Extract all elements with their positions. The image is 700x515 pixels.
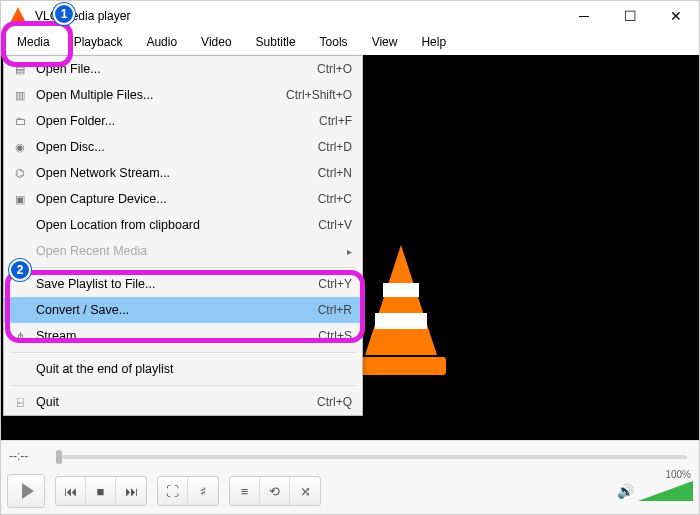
- stop-button[interactable]: ■: [86, 477, 116, 505]
- menu-label: Open Disc...: [36, 140, 318, 154]
- menu-label: Open Multiple Files...: [36, 88, 286, 102]
- menu-shortcut: Ctrl+F: [319, 114, 352, 128]
- menu-separator: [10, 385, 356, 386]
- menu-label: Open Recent Media: [36, 244, 347, 258]
- fullscreen-button[interactable]: ⛶: [158, 477, 188, 505]
- menu-help[interactable]: Help: [409, 31, 458, 55]
- window-title: VLC media player: [35, 9, 561, 23]
- blank-icon: [10, 359, 30, 379]
- extended-settings-button[interactable]: ♯: [188, 477, 218, 505]
- network-icon: ⌬: [10, 163, 30, 183]
- seek-thumb[interactable]: [56, 450, 62, 464]
- view-group: ⛶ ♯: [157, 476, 219, 506]
- menu-open-folder[interactable]: 🗀 Open Folder... Ctrl+F: [4, 108, 362, 134]
- media-dropdown: ▤ Open File... Ctrl+O ▥ Open Multiple Fi…: [3, 55, 363, 416]
- button-row: ⏮ ■ ⏭ ⛶ ♯ ≡ ⟲ ⤨ 🔊 100%: [7, 474, 693, 508]
- menu-shortcut: Ctrl+Shift+O: [286, 88, 352, 102]
- speaker-icon[interactable]: 🔊: [617, 483, 634, 499]
- menu-label: Open Location from clipboard: [36, 218, 318, 232]
- menu-label: Open File...: [36, 62, 317, 76]
- menu-shortcut: Ctrl+C: [318, 192, 352, 206]
- menu-open-capture[interactable]: ▣ Open Capture Device... Ctrl+C: [4, 186, 362, 212]
- time-label: --:--: [9, 449, 28, 463]
- menu-view[interactable]: View: [360, 31, 410, 55]
- menu-shortcut: Ctrl+D: [318, 140, 352, 154]
- annotation-badge-1: 1: [53, 3, 75, 25]
- folder-icon: 🗀: [10, 111, 30, 131]
- app-window: VLC media player ─ ☐ ✕ Media Playback Au…: [0, 0, 700, 515]
- menu-tools[interactable]: Tools: [308, 31, 360, 55]
- menu-label: Quit: [36, 395, 317, 409]
- menu-shortcut: Ctrl+O: [317, 62, 352, 76]
- volume-slider[interactable]: [638, 481, 693, 501]
- annotation-highlight-1: [1, 21, 73, 67]
- menu-shortcut: Ctrl+N: [318, 166, 352, 180]
- menu-open-network[interactable]: ⌬ Open Network Stream... Ctrl+N: [4, 160, 362, 186]
- menu-label: Quit at the end of playlist: [36, 362, 352, 376]
- disc-icon: ◉: [10, 137, 30, 157]
- playback-group: ⏮ ■ ⏭: [55, 476, 147, 506]
- menu-video[interactable]: Video: [189, 31, 243, 55]
- menu-bar: Media Playback Audio Video Subtitle Tool…: [1, 31, 699, 55]
- close-button[interactable]: ✕: [653, 1, 699, 31]
- playlist-button[interactable]: ≡: [230, 477, 260, 505]
- quit-icon: ⍇: [10, 392, 30, 412]
- menu-label: Open Folder...: [36, 114, 319, 128]
- playlist-group: ≡ ⟲ ⤨: [229, 476, 321, 506]
- menu-subtitle[interactable]: Subtitle: [244, 31, 308, 55]
- loop-button[interactable]: ⟲: [260, 477, 290, 505]
- menu-shortcut: Ctrl+V: [318, 218, 352, 232]
- annotation-highlight-2: [5, 270, 365, 343]
- vlc-cone-logo: [356, 245, 446, 375]
- files-icon: ▥: [10, 85, 30, 105]
- prev-button[interactable]: ⏮: [56, 477, 86, 505]
- menu-open-recent[interactable]: Open Recent Media ▸: [4, 238, 362, 264]
- seek-slider[interactable]: [56, 455, 687, 459]
- play-button[interactable]: [7, 474, 45, 508]
- maximize-button[interactable]: ☐: [607, 1, 653, 31]
- volume-area: 🔊 100%: [617, 481, 693, 501]
- control-bar: --:-- ⏮ ■ ⏭ ⛶ ♯ ≡ ⟲ ⤨ 🔊: [1, 440, 699, 514]
- window-controls: ─ ☐ ✕: [561, 1, 699, 31]
- play-icon: [22, 483, 34, 499]
- annotation-badge-2: 2: [9, 259, 31, 281]
- menu-quit[interactable]: ⍇ Quit Ctrl+Q: [4, 389, 362, 415]
- menu-open-clipboard[interactable]: Open Location from clipboard Ctrl+V: [4, 212, 362, 238]
- menu-separator: [10, 267, 356, 268]
- capture-icon: ▣: [10, 189, 30, 209]
- next-button[interactable]: ⏭: [116, 477, 146, 505]
- menu-audio[interactable]: Audio: [134, 31, 189, 55]
- menu-separator: [10, 352, 356, 353]
- menu-shortcut: Ctrl+Q: [317, 395, 352, 409]
- volume-percent: 100%: [665, 469, 691, 480]
- title-bar: VLC media player ─ ☐ ✕: [1, 1, 699, 31]
- chevron-right-icon: ▸: [347, 246, 352, 257]
- menu-open-multiple[interactable]: ▥ Open Multiple Files... Ctrl+Shift+O: [4, 82, 362, 108]
- shuffle-button[interactable]: ⤨: [290, 477, 320, 505]
- blank-icon: [10, 215, 30, 235]
- menu-label: Open Network Stream...: [36, 166, 318, 180]
- menu-open-disc[interactable]: ◉ Open Disc... Ctrl+D: [4, 134, 362, 160]
- menu-label: Open Capture Device...: [36, 192, 318, 206]
- menu-quit-end-playlist[interactable]: Quit at the end of playlist: [4, 356, 362, 382]
- minimize-button[interactable]: ─: [561, 1, 607, 31]
- blank-icon: [10, 241, 30, 261]
